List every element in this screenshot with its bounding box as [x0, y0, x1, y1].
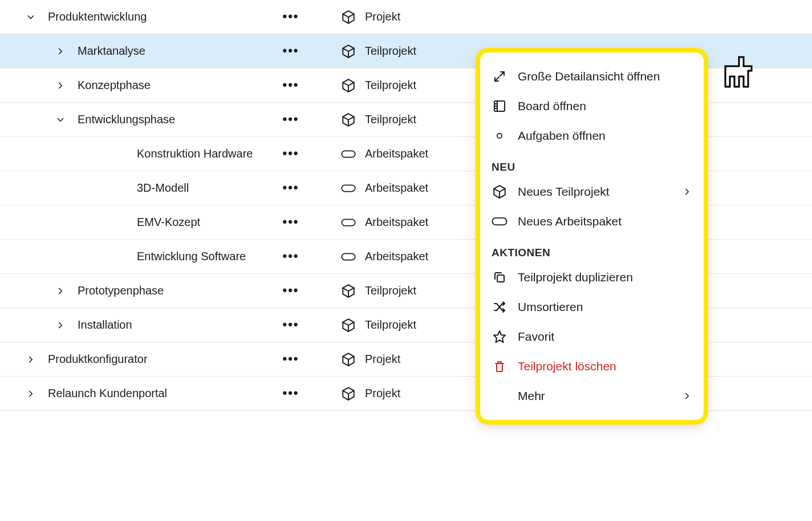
- menu-item-label: Umsortieren: [518, 300, 692, 314]
- more-actions-button[interactable]: •••: [279, 281, 302, 301]
- dots-horizontal-icon: •••: [282, 283, 299, 297]
- row-name[interactable]: 3D-Modell: [107, 181, 347, 195]
- chevron-right-icon: [682, 391, 692, 401]
- row-type-label: Projekt: [365, 10, 400, 23]
- menu-section-header: NEU: [478, 151, 706, 177]
- dots-horizontal-icon: •••: [282, 215, 299, 229]
- more-actions-button[interactable]: •••: [279, 144, 302, 164]
- dots-horizontal-icon: •••: [282, 317, 299, 332]
- workpackage-icon: [341, 181, 356, 196]
- dots-horizontal-icon: •••: [282, 180, 299, 195]
- cube-icon: [341, 78, 356, 93]
- star-icon: [492, 329, 508, 345]
- menu-item[interactable]: Aufgaben öffnen: [478, 121, 706, 151]
- row-name[interactable]: Entwicklung Software: [107, 250, 347, 263]
- row-type: Arbeitspaket: [341, 240, 428, 273]
- menu-item-label: Neues Arbeitspaket: [518, 215, 692, 228]
- chevron-right-icon[interactable]: [43, 286, 78, 296]
- row-name[interactable]: EMV-Kozept: [107, 216, 347, 229]
- row-type: Teilprojekt: [341, 308, 416, 342]
- chevron-down-icon[interactable]: [43, 115, 78, 125]
- row-type: Arbeitspaket: [341, 137, 428, 171]
- cube-icon: [492, 184, 508, 200]
- chevron-right-icon[interactable]: [43, 80, 78, 91]
- row-type-label: Projekt: [365, 387, 400, 400]
- menu-item[interactable]: Große Detailansicht öffnen: [478, 62, 706, 91]
- dots-horizontal-icon: •••: [282, 352, 299, 366]
- chevron-right-icon[interactable]: [14, 354, 48, 365]
- menu-item[interactable]: Board öffnen: [478, 91, 706, 121]
- row-type-label: Arbeitspaket: [365, 147, 428, 160]
- row-type: Teilprojekt: [341, 274, 416, 308]
- chevron-right-icon[interactable]: [43, 46, 78, 56]
- row-type: Arbeitspaket: [341, 171, 428, 205]
- cube-icon: [341, 44, 356, 59]
- duplicate-icon: [492, 269, 508, 285]
- no-icon: [492, 388, 508, 404]
- menu-item-label: Mehr: [518, 389, 672, 403]
- svg-rect-0: [342, 151, 355, 157]
- row-name[interactable]: Konstruktion Hardware: [107, 147, 347, 160]
- more-actions-button[interactable]: •••: [279, 110, 302, 130]
- menu-item[interactable]: Neues Arbeitspaket: [478, 207, 706, 236]
- menu-item[interactable]: Favorit: [478, 322, 706, 352]
- menu-item-label: Teilprojekt löschen: [518, 360, 692, 373]
- menu-item[interactable]: Mehr: [478, 381, 706, 411]
- tree-row[interactable]: Produktentwicklung•••Projekt: [0, 0, 812, 34]
- row-type-label: Teilprojekt: [365, 284, 416, 297]
- more-actions-button[interactable]: •••: [279, 315, 302, 335]
- dots-horizontal-icon: •••: [282, 43, 299, 58]
- board-icon: [492, 98, 508, 114]
- row-type-label: Arbeitspaket: [365, 216, 428, 229]
- cube-icon: [341, 352, 356, 367]
- menu-item-label: Neues Teilprojekt: [518, 185, 672, 199]
- row-type-label: Teilprojekt: [365, 79, 416, 92]
- more-actions-button[interactable]: •••: [279, 41, 302, 61]
- more-actions-button[interactable]: •••: [279, 212, 302, 232]
- row-type-label: Teilprojekt: [365, 113, 416, 126]
- workpackage-icon: [341, 147, 356, 161]
- row-type-label: Projekt: [365, 353, 400, 366]
- row-type: Teilprojekt: [341, 103, 416, 136]
- chevron-right-icon[interactable]: [43, 320, 78, 330]
- menu-item[interactable]: Neues Teilprojekt: [478, 177, 706, 207]
- svg-rect-1: [342, 185, 355, 191]
- row-type: Projekt: [341, 0, 400, 34]
- workpackage-icon: [341, 249, 356, 264]
- more-actions-button[interactable]: •••: [279, 247, 302, 266]
- row-type-label: Teilprojekt: [365, 318, 416, 332]
- context-menu: Große Detailansicht öffnenBoard öffnenAu…: [478, 50, 706, 422]
- more-actions-button[interactable]: •••: [279, 7, 302, 27]
- svg-point-5: [497, 134, 502, 138]
- row-name[interactable]: Relaunch Kundenportal: [48, 387, 287, 400]
- menu-item[interactable]: Umsortieren: [478, 292, 706, 322]
- menu-item-label: Board öffnen: [518, 99, 692, 113]
- chevron-down-icon[interactable]: [14, 12, 48, 22]
- menu-section-header: AKTIONEN: [478, 236, 706, 262]
- more-actions-button[interactable]: •••: [279, 178, 302, 198]
- menu-item[interactable]: Teilprojekt duplizieren: [478, 262, 706, 292]
- row-type-label: Teilprojekt: [365, 45, 416, 58]
- dots-horizontal-icon: •••: [282, 249, 299, 263]
- menu-item[interactable]: Teilprojekt löschen: [478, 352, 706, 381]
- row-type: Projekt: [341, 342, 400, 376]
- menu-item-label: Große Detailansicht öffnen: [518, 70, 692, 83]
- cube-icon: [341, 386, 356, 401]
- pill-icon: [492, 213, 508, 229]
- more-actions-button[interactable]: •••: [279, 383, 302, 403]
- shuffle-icon: [492, 299, 508, 315]
- svg-rect-2: [342, 219, 355, 225]
- more-actions-button[interactable]: •••: [279, 75, 302, 95]
- row-type: Teilprojekt: [341, 34, 416, 68]
- expand-icon: [492, 68, 508, 84]
- svg-marker-8: [494, 331, 505, 342]
- menu-item-label: Favorit: [518, 330, 692, 344]
- workpackage-icon: [341, 215, 356, 230]
- chevron-right-icon: [682, 187, 692, 197]
- chevron-right-icon[interactable]: [14, 389, 48, 399]
- cube-icon: [341, 318, 356, 333]
- more-actions-button[interactable]: •••: [279, 349, 302, 369]
- row-name[interactable]: Produktentwicklung: [48, 10, 287, 23]
- row-name[interactable]: Produktkonfigurator: [48, 353, 287, 366]
- trash-icon: [492, 358, 508, 374]
